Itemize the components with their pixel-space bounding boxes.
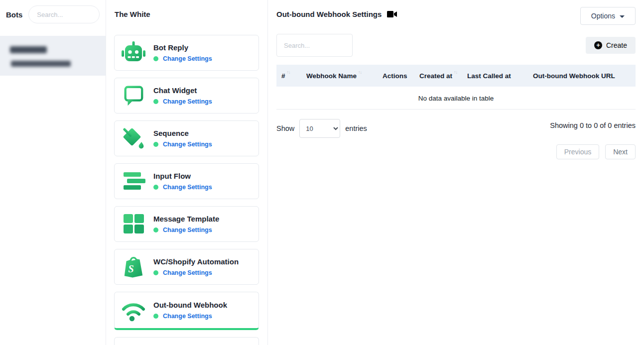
column-header-webhook-name[interactable]: Webhook Name ↑↓ — [306, 72, 383, 80]
status-dot — [153, 142, 158, 147]
card-title: WC/Shopify Automation — [153, 257, 239, 266]
results-summary: Showing 0 to 0 of 0 entries — [550, 119, 636, 129]
change-settings-link[interactable]: Change Settings — [163, 269, 212, 276]
sort-icon: ↑↓ — [454, 70, 457, 75]
wifi-icon — [121, 298, 146, 322]
status-dot — [153, 56, 158, 61]
blurred-bot-phone — [11, 61, 71, 67]
card-title: Message Template — [153, 215, 219, 223]
create-button[interactable]: + Create — [586, 37, 636, 54]
change-settings-link[interactable]: Change Settings — [163, 313, 212, 320]
status-dot — [153, 99, 158, 104]
page-size-control: Show 10 entries — [276, 119, 367, 138]
webhook-search-input[interactable] — [276, 34, 353, 57]
table-footer: Show 10 entries Showing 0 to 0 of 0 entr… — [276, 119, 636, 138]
card-title: Bot Reply — [153, 43, 212, 52]
change-settings-link[interactable]: Change Settings — [163, 55, 212, 62]
column-header-actions: Actions — [383, 72, 419, 80]
page-title: Out-bound Webhook Settings — [276, 10, 382, 18]
change-settings-link[interactable]: Change Settings — [163, 141, 212, 148]
table-header-row: # ↑↓ Webhook Name ↑↓ Actions Created at … — [276, 65, 636, 87]
options-button[interactable]: Options — [580, 7, 636, 25]
table-toolbar: + Create — [276, 34, 636, 57]
plus-circle-icon: + — [594, 41, 602, 49]
sort-icon: ↑↓ — [287, 70, 290, 75]
card-title: Out-bound Webhook — [153, 301, 227, 309]
entries-label: entries — [345, 124, 367, 132]
show-label: Show — [276, 124, 294, 132]
status-dot — [153, 228, 158, 232]
card-outbound-webhook[interactable]: Out-bound Webhook Change Settings — [114, 292, 259, 330]
bots-sidebar: Bots — [0, 0, 106, 345]
card-input-flow[interactable]: Input Flow Change Settings — [114, 163, 259, 199]
sidebar-header: Bots — [0, 0, 106, 29]
card-bot-reply[interactable]: Bot Reply Change Settings — [114, 35, 259, 71]
bot-list-item-selected[interactable] — [0, 36, 106, 76]
change-settings-link[interactable]: Change Settings — [163, 98, 212, 105]
card-chat-widget[interactable]: Chat Widget Change Settings — [114, 78, 259, 114]
status-dot — [153, 314, 158, 319]
robot-icon — [121, 41, 146, 65]
card-sequence[interactable]: Sequence Change Settings — [114, 120, 259, 156]
card-title: Sequence — [153, 129, 212, 137]
change-settings-link[interactable]: Change Settings — [163, 184, 212, 191]
webhooks-table: # ↑↓ Webhook Name ↑↓ Actions Created at … — [276, 65, 636, 110]
next-page-button[interactable]: Next — [605, 144, 636, 159]
column-header-webhook-url: Out-bound Webhook URL — [533, 72, 636, 80]
bars-icon — [121, 169, 146, 193]
column-header-created-at[interactable]: Created at ↑↓ — [419, 72, 467, 80]
bot-feature-panel: The White Bot Reply — [106, 0, 268, 345]
main-panel: Out-bound Webhook Settings Options + Cre… — [268, 0, 644, 345]
previous-page-button[interactable]: Previous — [556, 144, 599, 159]
card-message-template[interactable]: Message Template Change Settings — [114, 206, 259, 242]
options-button-label: Options — [591, 12, 615, 20]
status-dot — [153, 270, 158, 275]
column-header-index[interactable]: # ↑↓ — [281, 72, 306, 80]
blurred-bot-name — [10, 46, 47, 53]
grid-icon — [121, 212, 146, 236]
sort-icon: ↑↓ — [358, 70, 362, 75]
app-window: Bots The White — [0, 0, 644, 345]
chevron-down-icon — [620, 15, 625, 18]
bot-name-heading: The White — [115, 10, 259, 18]
create-button-label: Create — [606, 41, 627, 49]
card-title: Chat Widget — [153, 86, 212, 95]
page-size-select[interactable]: 10 — [299, 119, 340, 138]
main-header: Out-bound Webhook Settings Options — [276, 7, 636, 25]
card-wc-shopify[interactable]: S WC/Shopify Automation Change Settings — [114, 249, 259, 285]
sidebar-title: Bots — [6, 10, 22, 19]
change-settings-link[interactable]: Change Settings — [163, 227, 212, 233]
svg-text:S: S — [128, 264, 133, 275]
column-header-last-called-at: Last Called at — [467, 72, 533, 80]
bots-search-input[interactable] — [28, 5, 100, 23]
paint-bucket-icon — [121, 126, 146, 150]
shopify-bag-icon: S — [121, 255, 146, 279]
empty-table-message: No data available in table — [276, 87, 636, 110]
pagination: Previous Next — [276, 144, 636, 159]
status-dot — [153, 185, 158, 190]
card-title: Input Flow — [153, 172, 212, 180]
video-camera-icon[interactable] — [387, 10, 397, 18]
chat-bubble-icon — [121, 84, 146, 108]
card-partial-next[interactable] — [114, 337, 259, 345]
